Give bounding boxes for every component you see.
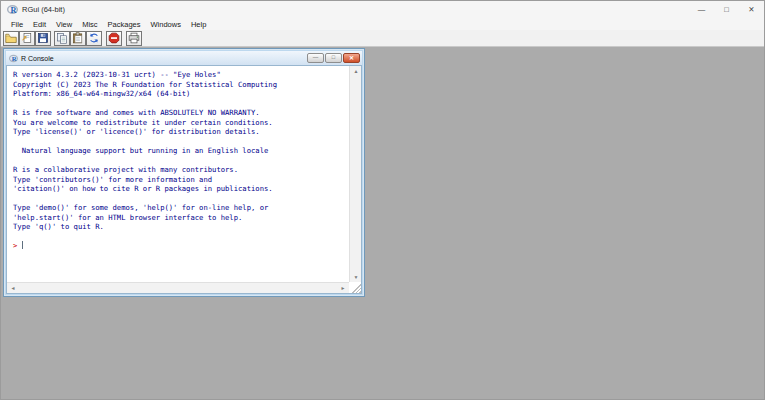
svg-text:R: R — [12, 55, 17, 62]
copy-button[interactable] — [54, 31, 70, 46]
console-line: You are welcome to redistribute it under… — [13, 118, 349, 128]
r-logo-icon: R — [9, 54, 18, 63]
console-title: R Console — [21, 55, 54, 62]
copy-icon — [56, 32, 68, 44]
console-line — [13, 137, 349, 147]
console-line: R is free software and comes with ABSOLU… — [13, 108, 349, 118]
horizontal-scrollbar[interactable]: ◄ ► — [7, 282, 349, 293]
stop-computation-button[interactable] — [106, 31, 122, 46]
paste-button[interactable] — [70, 31, 86, 46]
maximize-button[interactable]: □ — [714, 1, 739, 18]
titlebar: R RGui (64-bit) — □ ✕ — [1, 1, 764, 18]
rgui-window: R RGui (64-bit) — □ ✕ File Edit View Mis… — [0, 0, 765, 400]
console-line: Platform: x86_64-w64-mingw32/x64 (64-bit… — [13, 89, 349, 99]
r-console-window: R R Console — □ ✕ R version 4.3.2 (2023-… — [3, 48, 365, 297]
close-button[interactable]: ✕ — [739, 1, 764, 18]
console-line: R is a collaborative project with many c… — [13, 165, 349, 175]
console-close-button[interactable]: ✕ — [343, 53, 360, 63]
svg-text:R: R — [10, 6, 17, 15]
vertical-scrollbar[interactable]: ▲ ▼ — [349, 66, 361, 282]
console-line — [13, 99, 349, 109]
scroll-right-icon[interactable]: ► — [337, 283, 349, 293]
print-button[interactable] — [126, 31, 142, 46]
console-body: R version 4.3.2 (2023-10-31 ucrt) -- "Ey… — [6, 65, 362, 294]
console-prompt-line: > — [13, 241, 349, 251]
copy-and-paste-icon — [88, 32, 100, 44]
console-maximize-button[interactable]: □ — [325, 53, 342, 63]
menu-windows[interactable]: Windows — [146, 20, 186, 29]
load-workspace-button[interactable] — [19, 31, 35, 46]
print-icon — [128, 32, 140, 44]
console-line: Type 'contributors()' for more informati… — [13, 175, 349, 185]
menu-packages[interactable]: Packages — [103, 20, 146, 29]
copy-and-paste-button[interactable] — [86, 31, 102, 46]
mdi-area: R R Console — □ ✕ R version 4.3.2 (2023-… — [1, 47, 764, 399]
menu-help[interactable]: Help — [186, 20, 211, 29]
console-output[interactable]: R version 4.3.2 (2023-10-31 ucrt) -- "Ey… — [7, 66, 349, 282]
resize-grip[interactable] — [349, 282, 361, 293]
console-line: Natural language support but running in … — [13, 146, 349, 156]
console-line: Copyright (C) 2023 The R Foundation for … — [13, 80, 349, 90]
load-workspace-icon — [21, 32, 33, 44]
window-controls: — □ ✕ — [689, 1, 764, 18]
scroll-left-icon[interactable]: ◄ — [7, 283, 19, 293]
console-prompt: > — [13, 241, 22, 250]
console-minimize-button[interactable]: — — [307, 53, 324, 63]
paste-icon — [72, 32, 84, 44]
console-line: R version 4.3.2 (2023-10-31 ucrt) -- "Ey… — [13, 70, 349, 80]
text-cursor — [22, 241, 24, 249]
minimize-button[interactable]: — — [689, 1, 714, 18]
save-workspace-icon — [37, 32, 49, 44]
menu-view[interactable]: View — [51, 20, 77, 29]
console-window-controls: — □ ✕ — [307, 53, 360, 63]
scroll-up-icon[interactable]: ▲ — [350, 66, 362, 76]
console-line: Type 'license()' or 'licence()' for dist… — [13, 127, 349, 137]
r-logo-icon: R — [7, 4, 18, 15]
save-workspace-button[interactable] — [35, 31, 51, 46]
console-line: Type 'demo()' for some demos, 'help()' f… — [13, 203, 349, 213]
open-script-icon — [5, 32, 17, 44]
toolbar — [1, 30, 764, 47]
scroll-down-icon[interactable]: ▼ — [350, 272, 362, 282]
menubar: File Edit View Misc Packages Windows Hel… — [1, 18, 764, 30]
window-title: RGui (64-bit) — [22, 5, 65, 14]
console-titlebar[interactable]: R R Console — □ ✕ — [6, 51, 362, 65]
menu-edit[interactable]: Edit — [28, 20, 51, 29]
open-script-button[interactable] — [3, 31, 19, 46]
console-line: Type 'q()' to quit R. — [13, 222, 349, 232]
stop-icon — [108, 32, 120, 44]
menu-misc[interactable]: Misc — [77, 20, 102, 29]
console-line — [13, 232, 349, 242]
console-line: 'help.start()' for an HTML browser inter… — [13, 213, 349, 223]
console-line: 'citation()' on how to cite R or R packa… — [13, 184, 349, 194]
console-line — [13, 194, 349, 204]
console-line — [13, 156, 349, 166]
menu-file[interactable]: File — [6, 20, 28, 29]
